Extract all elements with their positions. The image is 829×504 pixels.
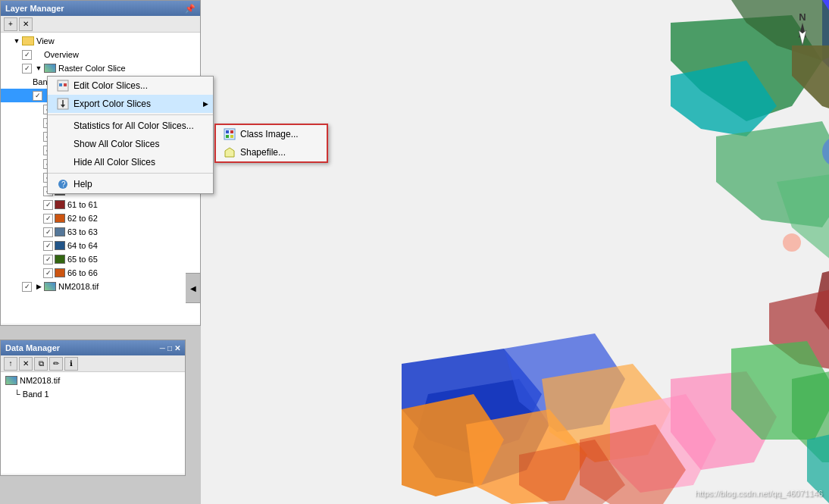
slice-61-checkbox[interactable] [43,200,53,210]
remove-layer-btn[interactable]: ✕ [19,17,33,31]
nm2018-label: NM2018.tif [58,282,99,291]
svg-rect-41 [64,83,67,86]
svg-rect-48 [226,135,229,138]
slice-checkbox[interactable] [33,91,42,101]
menu-separator-2 [48,173,213,174]
raster-label: Raster Color Slice [58,64,126,73]
statistics-label: Statistics for All Color Slices... [74,121,194,131]
slice-64-checkbox[interactable] [43,241,53,251]
nm2018-layer-icon [44,282,56,291]
submenu-class-image[interactable]: Class Image... [216,125,327,143]
map-area: N https://blog.csdn.net/qq_46071146 [201,0,829,504]
tree-slice-65[interactable]: 65 to 65 [1,252,200,266]
slice-64-color [55,241,65,250]
menu-item-show-all[interactable]: Show All Color Slices [48,135,213,153]
slice-62-label: 62 to 62 [67,214,98,223]
slice-66-checkbox[interactable] [43,268,53,278]
dm-minimize-btn[interactable]: ─ [160,344,165,352]
titlebar-pin-icon[interactable]: 📌 [185,4,196,14]
expand-view-icon: ▼ [11,36,22,46]
tree-slice-61[interactable]: 61 to 61 [1,198,200,211]
tree-nm2018-item[interactable]: ▶ NM2018.tif [1,280,200,293]
expand-nm2018-icon: ▶ [33,281,44,292]
north-arrow-icon [795,23,810,45]
class-image-label: Class Image... [240,129,299,139]
raster-checkbox[interactable] [22,64,32,74]
menu-item-statistics[interactable]: Statistics for All Color Slices... [48,117,213,135]
data-manager-titlebar: Data Manager ─ □ ✕ [1,340,185,355]
edit-slices-icon [57,80,69,92]
data-nm2018-label: NM2018.tif [20,376,60,385]
view-folder-icon [22,36,34,45]
collapse-panel-button[interactable]: ◀ [186,273,201,303]
expand-raster-icon: ▼ [33,63,44,74]
menu-item-export-color-slices[interactable]: Export Color Slices Class Image... Shape… [48,95,213,113]
slice-65-checkbox[interactable] [43,255,53,265]
svg-point-36 [783,233,801,252]
svg-rect-47 [230,130,233,133]
submenu-shapefile[interactable]: Shapefile... [216,143,327,161]
slice-65-label: 65 to 65 [67,255,98,264]
statistics-icon [57,120,69,132]
layer-manager-titlebar: Layer Manager 📌 [1,1,200,16]
north-arrow: N [795,11,810,45]
tree-slice-66[interactable]: 66 to 66 [1,266,200,280]
export-slices-label: Export Color Slices [74,99,151,109]
slice-65-color [55,255,65,264]
tree-view-item[interactable]: ▼ View [1,34,200,48]
slice-62-checkbox[interactable] [43,214,53,224]
help-label: Help [74,179,92,189]
menu-separator-1 [48,114,213,115]
hide-all-icon [57,156,69,168]
dm-up-btn[interactable]: ↑ [4,357,17,371]
svg-rect-46 [226,130,229,133]
expand-data-icon: └ [14,390,20,399]
data-nm2018-item[interactable]: NM2018.tif [4,374,182,387]
expand-overview-icon [33,49,44,60]
data-band1-label: Band 1 [23,390,49,399]
tree-slice-64[interactable]: 64 to 64 [1,239,200,252]
data-manager-panel: Data Manager ─ □ ✕ ↑ ✕ ⧉ ✏ ℹ NM2018.tif … [0,340,186,476]
slice-61-label: 61 to 61 [67,200,98,209]
map-svg [201,0,829,504]
view-label: View [36,36,55,45]
data-nm2018-icon [5,376,17,385]
show-all-label: Show All Color Slices [74,139,159,149]
help-icon: ? [57,178,69,190]
tree-overview-item[interactable]: Overview [1,48,200,61]
submenu: Class Image... Shapefile... [214,124,328,163]
dm-copy-btn[interactable]: ⧉ [34,357,48,371]
slice-66-label: 66 to 66 [67,268,98,277]
menu-item-help[interactable]: ? Help [48,175,213,193]
tree-slice-62[interactable]: 62 to 62 [1,211,200,225]
nm2018-checkbox[interactable] [22,282,32,292]
add-layer-btn[interactable]: + [4,17,17,31]
collapse-icon: ◀ [190,284,196,293]
slice-62-color [55,214,65,223]
data-tree: NM2018.tif └ Band 1 [1,372,185,474]
tree-raster-item[interactable]: ▼ Raster Color Slice [1,61,200,75]
layer-manager-toolbar: + ✕ [1,16,200,33]
svg-rect-40 [59,83,62,86]
svg-rect-49 [230,135,233,138]
slice-63-color [55,227,65,236]
dm-info-btn[interactable]: ℹ [64,357,78,371]
tree-slice-63[interactable]: 63 to 63 [1,225,200,239]
edit-slices-label: Edit Color Slices... [74,80,148,91]
hide-all-label: Hide All Color Slices [74,157,155,167]
north-label: N [799,11,806,23]
menu-item-hide-all[interactable]: Hide All Color Slices [48,153,213,171]
shapefile-label: Shapefile... [240,147,286,158]
data-manager-title: Data Manager [5,343,60,352]
dm-remove-btn[interactable]: ✕ [19,357,33,371]
data-band1-item[interactable]: └ Band 1 [4,387,182,401]
slice-63-checkbox[interactable] [43,227,53,237]
overview-label: Overview [44,50,79,59]
dm-edit-btn[interactable]: ✏ [49,357,63,371]
dm-close-btn[interactable]: ✕ [174,344,180,352]
svg-marker-50 [225,148,234,157]
overview-checkbox[interactable] [22,50,32,60]
raster-layer-icon [44,64,56,73]
menu-item-edit-color-slices[interactable]: Edit Color Slices... [48,77,213,95]
dm-restore-btn[interactable]: □ [167,344,172,352]
